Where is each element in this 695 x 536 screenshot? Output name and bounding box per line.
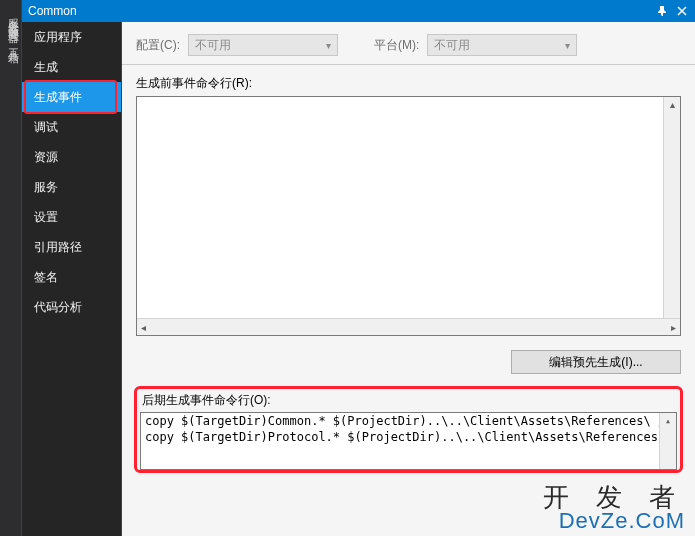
prebuild-label: 生成前事件命令行(R): — [136, 75, 681, 92]
platform-value: 不可用 — [434, 37, 470, 54]
postbuild-line-1: copy $(TargetDir)Common.* $(ProjectDir).… — [141, 413, 676, 429]
scroll-left-icon[interactable]: ◂ — [137, 322, 150, 333]
postbuild-line-2: copy $(TargetDir)Protocol.* $(ProjectDir… — [141, 429, 676, 445]
sidebar-item-build[interactable]: 生成 — [22, 52, 121, 82]
pin-icon[interactable] — [655, 4, 669, 18]
sidebar-item-services[interactable]: 服务 — [22, 172, 121, 202]
prebuild-command-textarea[interactable]: ▴ ◂ ▸ — [136, 96, 681, 336]
postbuild-command-textarea[interactable]: copy $(TargetDir)Common.* $(ProjectDir).… — [140, 412, 677, 470]
chevron-down-icon: ▾ — [326, 40, 331, 51]
configuration-dropdown: 不可用 ▾ — [188, 34, 338, 56]
title-bar: Common — [22, 0, 695, 22]
config-row: 配置(C): 不可用 ▾ 平台(M): 不可用 ▾ — [122, 22, 695, 65]
platform-label: 平台(M): — [374, 37, 419, 54]
close-icon[interactable] — [675, 4, 689, 18]
scrollbar-horizontal[interactable]: ◂ ▸ — [137, 318, 680, 335]
scroll-right-icon[interactable]: ▸ — [667, 322, 680, 333]
watermark: 开 发 者 DevZe.CoM — [543, 484, 685, 532]
watermark-line1: 开 发 者 — [543, 484, 685, 510]
edit-prebuild-button[interactable]: 编辑预先生成(I)... — [511, 350, 681, 374]
sidebar-item-resources[interactable]: 资源 — [22, 142, 121, 172]
content-area: 配置(C): 不可用 ▾ 平台(M): 不可用 ▾ 生成前事件命令行(R): ▴ — [122, 22, 695, 536]
scroll-up-icon[interactable]: ▴ — [664, 97, 680, 112]
postbuild-highlight-box: 后期生成事件命令行(O): copy $(TargetDir)Common.* … — [134, 386, 683, 473]
panel-title: Common — [28, 4, 77, 18]
chevron-down-icon: ▾ — [565, 40, 570, 51]
properties-panel: Common 应用程序 生成 生成事件 调试 资源 服务 设置 引用路径 签名 … — [22, 0, 695, 536]
scroll-up-icon[interactable]: ▴ — [660, 413, 676, 428]
sidebar-item-debug[interactable]: 调试 — [22, 112, 121, 142]
scrollbar-vertical[interactable]: ▴ — [663, 97, 680, 318]
postbuild-label: 后期生成事件命令行(O): — [142, 392, 677, 409]
configuration-label: 配置(C): — [136, 37, 180, 54]
sidebar-item-build-events[interactable]: 生成事件 — [22, 82, 121, 112]
sidebar-item-application[interactable]: 应用程序 — [22, 22, 121, 52]
platform-dropdown: 不可用 ▾ — [427, 34, 577, 56]
scrollbar-vertical[interactable]: ▴ — [659, 413, 676, 469]
sidebar-item-signing[interactable]: 签名 — [22, 262, 121, 292]
sidebar: 应用程序 生成 生成事件 调试 资源 服务 设置 引用路径 签名 代码分析 — [22, 22, 122, 536]
sidebar-item-reference-paths[interactable]: 引用路径 — [22, 232, 121, 262]
watermark-line2: DevZe.CoM — [543, 510, 685, 532]
sidebar-item-code-analysis[interactable]: 代码分析 — [22, 292, 121, 322]
vertical-toolbox-strip[interactable]: 服务器资源管理器 工具箱 — [0, 0, 22, 536]
configuration-value: 不可用 — [195, 37, 231, 54]
sidebar-item-settings[interactable]: 设置 — [22, 202, 121, 232]
